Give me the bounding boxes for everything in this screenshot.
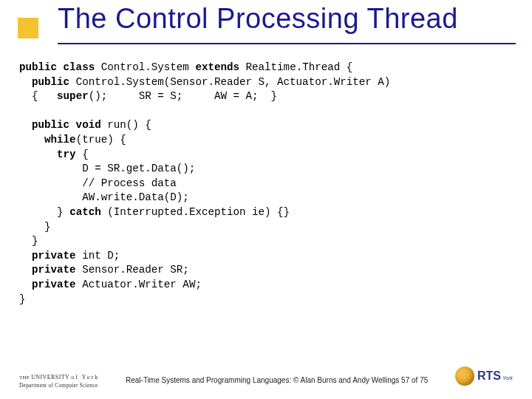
kw-public-void: public void bbox=[19, 119, 107, 131]
kw-public-class: public class bbox=[19, 61, 101, 73]
title-underline bbox=[58, 43, 516, 44]
code-run: run() { bbox=[107, 119, 151, 131]
code-l11a: } bbox=[19, 206, 69, 218]
kw-super: super bbox=[57, 90, 89, 102]
kw-catch: catch bbox=[69, 206, 107, 218]
uni-of: UNIVERSITY bbox=[31, 374, 71, 381]
code-l11c: (Interrupted.Exception ie) {} bbox=[107, 206, 290, 218]
kw-private-3: private bbox=[19, 279, 82, 290]
code-l13: } bbox=[19, 235, 38, 247]
code-try-brace: { bbox=[82, 149, 89, 160]
rts-text: RTS York bbox=[477, 369, 513, 383]
globe-icon bbox=[455, 366, 474, 386]
code-l08: D = SR.get.Data(); bbox=[19, 163, 195, 174]
kw-private-2: private bbox=[19, 264, 82, 276]
code-while-cond: (true) { bbox=[76, 134, 126, 146]
kw-while: while bbox=[19, 134, 76, 146]
code-classname: Control.System bbox=[101, 61, 196, 73]
uni-york: of York bbox=[71, 374, 99, 381]
university-name: THE UNIVERSITY of York bbox=[19, 374, 99, 381]
code-ctor-sig: Control.System(Sensor.Reader S, Actuator… bbox=[76, 76, 391, 88]
kw-extends: extends bbox=[195, 61, 245, 73]
code-l10: AW.write.Data(D); bbox=[19, 191, 189, 203]
code-l14b: int D; bbox=[82, 250, 120, 262]
code-l09: // Process data bbox=[19, 177, 177, 189]
code-l17: } bbox=[19, 293, 26, 305]
footer-caption: Real-Time Systems and Programming Langua… bbox=[126, 376, 428, 384]
rts-sub: York bbox=[502, 375, 513, 381]
slide-title: The Control Processing Thread bbox=[58, 3, 517, 35]
code-superclass: Realtime.Thread { bbox=[246, 61, 353, 73]
code-l03a: { bbox=[19, 90, 57, 102]
code-l15b: Sensor.Reader SR; bbox=[82, 264, 189, 276]
rts-label: RTS bbox=[477, 369, 501, 383]
rts-logo: RTS York bbox=[455, 366, 513, 386]
uni-the: THE bbox=[19, 375, 31, 381]
kw-private-1: private bbox=[19, 250, 82, 262]
university-logo: THE UNIVERSITY of York Department of Com… bbox=[19, 374, 99, 389]
code-l03c: (); SR = S; AW = A; } bbox=[89, 90, 277, 102]
code-l16b: Actuator.Writer AW; bbox=[82, 279, 202, 290]
code-l12: } bbox=[19, 221, 51, 233]
footer: THE UNIVERSITY of York Department of Com… bbox=[0, 359, 532, 389]
university-dept: Department of Computer Science bbox=[19, 382, 99, 389]
kw-public-ctor: public bbox=[19, 76, 76, 88]
code-block: public class Control.System extends Real… bbox=[19, 61, 517, 307]
kw-try: try bbox=[19, 149, 82, 160]
title-bullet bbox=[18, 18, 38, 38]
